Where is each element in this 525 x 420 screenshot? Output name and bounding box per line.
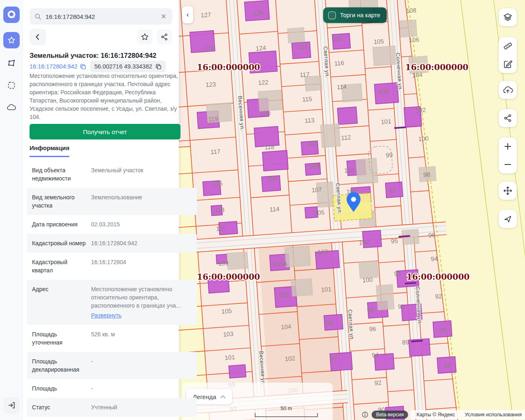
- app-logo[interactable]: [3, 7, 20, 23]
- svg-text:116: 116: [267, 175, 277, 183]
- ruler-icon: [503, 41, 513, 51]
- rail-favorites-button[interactable]: [3, 32, 20, 48]
- svg-text:101: 101: [321, 285, 331, 293]
- svg-text:111: 111: [307, 139, 317, 147]
- cadastral-map-app: ✕ Земельный участок: 16:16:172804:942 16…: [0, 0, 525, 420]
- map-canvas[interactable]: 1271291231191171151131111091051031019997…: [179, 0, 525, 420]
- svg-text:126: 126: [253, 9, 264, 17]
- search-clear-icon[interactable]: ✕: [160, 12, 167, 21]
- terms-link[interactable]: Условия использования: [465, 412, 522, 418]
- svg-text:113: 113: [304, 116, 315, 124]
- maps-copyright: Карты © Яндекс: [416, 412, 455, 418]
- svg-text:16:00:000000: 16:00:000000: [197, 272, 260, 282]
- svg-text:99: 99: [386, 151, 393, 159]
- info-row-value: 526 кв. м: [91, 330, 197, 347]
- share-icon: [160, 33, 169, 41]
- page-title: Земельный участок: 16:16:172804:942: [30, 52, 172, 59]
- copy-icon[interactable]: [80, 64, 86, 70]
- svg-text:100: 100: [362, 276, 373, 284]
- torgi-toggle[interactable]: Торги на карте: [323, 7, 387, 23]
- chevron-up-icon: [220, 395, 226, 399]
- coordinates-chip[interactable]: 56.002716 49.334382: [90, 61, 166, 72]
- collapse-panel-button[interactable]: ‹: [182, 6, 193, 23]
- rail-polygon-tool[interactable]: [3, 56, 20, 71]
- info-row-value: Местоположение установлено относительно …: [91, 285, 197, 320]
- info-row-value: -: [91, 384, 197, 393]
- svg-text:106: 106: [278, 291, 289, 299]
- info-row-value: 02.03.2015: [91, 220, 197, 228]
- cadastral-number-link[interactable]: 16:16:172804:942: [30, 63, 78, 70]
- svg-text:105А: 105А: [273, 260, 288, 267]
- get-report-button[interactable]: Получить отчет: [30, 124, 180, 139]
- svg-text:89: 89: [402, 338, 409, 346]
- svg-text:114: 114: [336, 83, 347, 91]
- svg-text:103: 103: [223, 330, 233, 338]
- building-shadow: [285, 246, 310, 267]
- star-icon: [7, 36, 16, 45]
- layers-button[interactable]: [499, 8, 517, 26]
- info-icon[interactable]: [362, 411, 368, 418]
- attribution-bar: Beta-версия Карты © Яндекс Условия испол…: [362, 410, 525, 419]
- search-input[interactable]: [46, 13, 160, 20]
- upload-button[interactable]: [499, 81, 517, 99]
- svg-text:92: 92: [374, 379, 382, 386]
- svg-text:117: 117: [210, 148, 221, 155]
- back-button[interactable]: [30, 29, 46, 45]
- svg-text:115: 115: [212, 180, 223, 187]
- minus-icon: [504, 160, 512, 169]
- rail-login-button[interactable]: [3, 397, 20, 413]
- svg-text:93: 93: [394, 270, 401, 277]
- polygon-icon: [7, 59, 16, 68]
- svg-text:109: 109: [218, 259, 228, 267]
- logo-icon: [6, 9, 17, 20]
- scale-bar: 50 m: [253, 406, 319, 419]
- search-bar[interactable]: ✕: [30, 8, 172, 25]
- svg-text:90: 90: [440, 326, 447, 334]
- cadastral-number-chip[interactable]: 16:16:172804:942: [30, 63, 86, 70]
- rail-select-area[interactable]: [3, 78, 20, 93]
- svg-text:97: 97: [389, 187, 396, 194]
- select-area-icon: [7, 81, 16, 90]
- svg-text:121: 121: [297, 43, 308, 51]
- locate-button[interactable]: [499, 210, 517, 228]
- rail-cloud[interactable]: [3, 100, 20, 115]
- torgi-checkbox[interactable]: [328, 11, 336, 19]
- info-row-label: Вид земельного участка: [32, 193, 86, 210]
- info-row: Кадастровый квартал16:16:172804: [27, 253, 197, 280]
- building-shadow: [305, 75, 322, 91]
- map-controls: [499, 8, 517, 228]
- share-button[interactable]: [157, 29, 172, 45]
- info-row-label: Адрес: [32, 285, 86, 320]
- svg-text:98: 98: [423, 171, 430, 178]
- info-row-label: Площадь: [32, 384, 86, 393]
- svg-text:117: 117: [299, 71, 310, 78]
- info-row-label: Дата присвоения: [32, 220, 86, 228]
- svg-text:122: 122: [258, 78, 269, 86]
- share-map-button[interactable]: [499, 109, 517, 127]
- svg-text:106: 106: [409, 36, 419, 44]
- building-shadow: [372, 46, 396, 66]
- chevron-left-icon: [34, 34, 41, 40]
- ruler-button[interactable]: [499, 37, 517, 55]
- torgi-label: Торги на карте: [340, 12, 380, 18]
- left-rail: [0, 0, 23, 420]
- map-svg[interactable]: 1271291231191171151131111091051031019997…: [179, 0, 525, 420]
- layers-icon: [503, 12, 513, 22]
- building-shadow: [258, 90, 282, 111]
- pan-button[interactable]: [499, 182, 517, 200]
- svg-text:100: 100: [418, 135, 429, 143]
- svg-text:102: 102: [285, 355, 295, 363]
- draw-button[interactable]: [499, 55, 517, 73]
- zoom-out-button[interactable]: [499, 155, 517, 173]
- svg-text:108: 108: [406, 7, 416, 14]
- tab-information[interactable]: Информация: [30, 144, 69, 157]
- svg-text:102: 102: [358, 238, 369, 246]
- svg-text:97: 97: [330, 356, 337, 363]
- svg-text:104: 104: [412, 71, 422, 79]
- info-row: Кадастровый номер16:16:172804:942: [27, 234, 197, 253]
- copy-icon[interactable]: [155, 64, 162, 70]
- zoom-in-button[interactable]: [499, 137, 517, 155]
- expand-address-link[interactable]: Развернуть: [91, 311, 121, 320]
- favorite-button[interactable]: [137, 29, 153, 45]
- info-row-label: Кадастровый номер: [32, 239, 86, 247]
